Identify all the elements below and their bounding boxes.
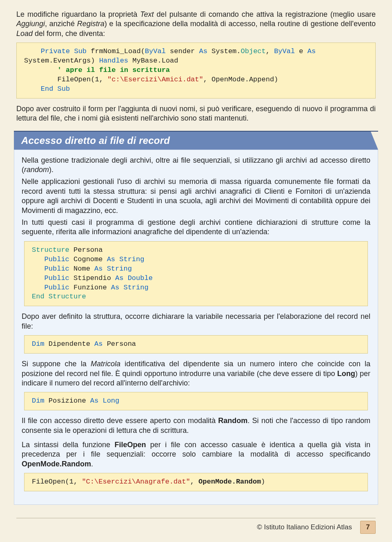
kw: Structure	[32, 246, 69, 254]
code-line: Private Sub frmNomi_Load(ByVal sender As…	[24, 47, 316, 55]
code-line: FileOpen(1, "c:\Esercizi\Amici.dat", Ope…	[24, 76, 278, 83]
code: Posizione	[45, 397, 90, 405]
section-header: Accesso diretto ai file di record	[14, 131, 378, 150]
text: La sintassi della funzione	[22, 441, 114, 449]
text-italic: Registra	[77, 20, 105, 28]
code: e	[295, 47, 307, 55]
text-bold: Random	[218, 417, 247, 425]
string: "C:\Esercizi\Anagrafe.dat"	[82, 478, 190, 486]
kw: Public	[32, 255, 69, 263]
code-block-dim-dipendente: Dim Dipendente As Persona	[24, 335, 368, 354]
code: FileOpen(1,	[24, 76, 107, 83]
code: System.EventArgs)	[24, 57, 99, 65]
kw: As Long	[90, 397, 119, 405]
text-bold: FileOpen	[114, 441, 146, 449]
text: Il file con accesso diretto deve essere …	[22, 417, 218, 425]
code-block-structure: Structure Persona Public Cognome As Stri…	[24, 241, 368, 307]
code: System.	[207, 47, 241, 55]
text: del pulsante di comando che attiva la re…	[154, 10, 376, 18]
text: ) e la specificazione della modalità di …	[105, 20, 376, 28]
kw: As String	[107, 255, 145, 263]
kw: Public	[32, 274, 69, 282]
code: Persona	[69, 246, 103, 254]
kw: Dim	[32, 397, 45, 405]
kw: Private Sub	[41, 47, 87, 55]
text-italic: random	[24, 166, 49, 174]
code-line: System.EventArgs) Handles MyBase.Load	[24, 57, 178, 65]
text: del form, che diventa:	[33, 29, 105, 38]
paragraph: Dopo aver definito la struttura, occorre…	[22, 312, 370, 331]
text: Nella gestione tradizionale degli archiv…	[22, 156, 370, 174]
code-bold: OpenMode.Random	[198, 478, 261, 486]
paragraph: Dopo aver costruito il form per l'aggiun…	[16, 104, 376, 123]
code: , OpenMode.Append)	[203, 76, 278, 83]
kw: ByVal	[145, 47, 166, 55]
kw: ByVal	[274, 47, 295, 55]
page: Le modifiche riguardano la proprietà Tex…	[0, 0, 392, 542]
code: frmNomi_Load(	[87, 47, 145, 55]
text: Si suppone che la	[22, 360, 91, 368]
text-italic: Text	[140, 10, 154, 18]
code-comment: ' apre il file in scrittura	[24, 66, 170, 74]
paragraph: La sintassi della funzione FileOpen per …	[22, 440, 370, 469]
paragraph: Il file con accesso diretto deve essere …	[22, 416, 370, 435]
text: , anziché	[45, 20, 77, 28]
code-block-dim-posizione: Dim Posizione As Long	[24, 392, 368, 410]
kw: Public	[32, 284, 69, 291]
text-italic: Matricola	[91, 360, 120, 368]
code: Funzione	[69, 284, 111, 291]
text: Le modifiche riguardano la proprietà	[16, 10, 140, 18]
code-block-load: Private Sub frmNomi_Load(ByVal sender As…	[16, 43, 376, 99]
kw: Object	[241, 47, 266, 55]
code: Stipendio	[69, 274, 115, 282]
section-body: Nella gestione tradizionale degli archiv…	[14, 150, 378, 505]
paragraph: Nelle applicazioni gestionali l'uso di a…	[22, 177, 370, 215]
intro-paragraph: Le modifiche riguardano la proprietà Tex…	[16, 10, 376, 38]
code: Persona	[102, 340, 136, 348]
code-block-fileopen-random: FileOpen(1, "C:\Esercizi\Anagrafe.dat", …	[24, 473, 368, 491]
code: ,	[266, 47, 274, 55]
code: ,	[190, 478, 198, 486]
kw: As	[307, 47, 316, 55]
page-number: 7	[360, 521, 376, 534]
code: Cognome	[69, 255, 107, 263]
kw: As String	[111, 284, 149, 291]
kw: Handles	[99, 57, 128, 65]
paragraph: In tutti questi casi il programma di ges…	[22, 218, 370, 237]
paragraph: Nella gestione tradizionale degli archiv…	[22, 156, 370, 175]
code: Dipendente	[45, 340, 94, 348]
text: .	[91, 460, 93, 468]
text-italic: Aggiungi	[16, 20, 45, 28]
string: "c:\Esercizi\Amici.dat"	[107, 76, 203, 83]
code: )	[261, 478, 265, 486]
text-italic: Load	[16, 29, 33, 38]
code: sender	[166, 47, 199, 55]
text-bold: OpenMode.Random	[22, 460, 91, 468]
kw: Public	[32, 265, 69, 273]
kw: As String	[94, 265, 132, 273]
kw: As	[199, 47, 207, 55]
kw: End Sub	[24, 85, 70, 93]
code: MyBase.Load	[128, 57, 178, 65]
paragraph: Si suppone che la Matricola identificati…	[22, 359, 370, 388]
footer-copyright: © Istituto Italiano Edizioni Atlas	[257, 523, 352, 531]
footer: © Istituto Italiano Edizioni Atlas 7	[16, 518, 376, 534]
kw: As Double	[115, 274, 153, 282]
text: ).	[49, 166, 53, 174]
kw: End Structure	[32, 293, 86, 300]
text-bold: Long	[337, 370, 355, 378]
kw: As	[94, 340, 102, 348]
code: FileOpen(1,	[32, 478, 82, 486]
code: Nome	[69, 265, 94, 273]
kw: Dim	[32, 340, 45, 348]
